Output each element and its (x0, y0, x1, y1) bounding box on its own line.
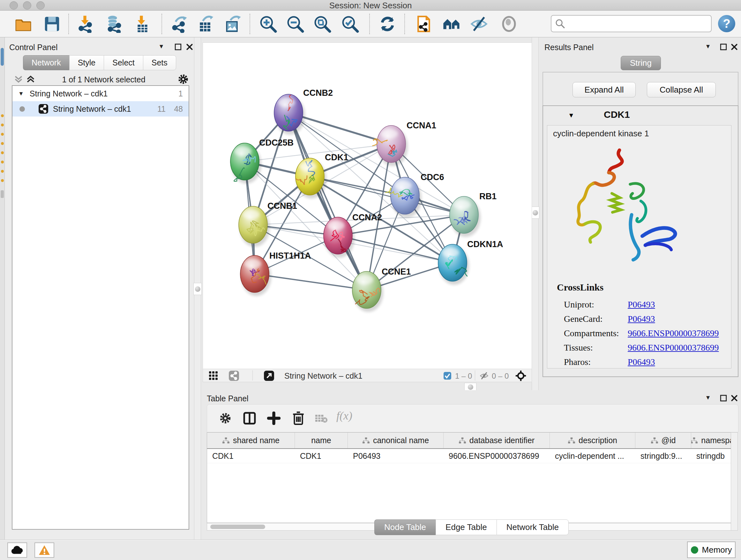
hierarchy-icon (651, 437, 658, 444)
delete-table-icon[interactable] (315, 414, 328, 423)
tab-sets[interactable]: Sets (143, 55, 176, 70)
float-panel-icon[interactable]: ▾ (159, 42, 163, 51)
edge-count: 48 (174, 105, 183, 114)
crosslink-link[interactable]: P06493 (628, 357, 655, 367)
float-panel-icon[interactable]: ▾ (706, 393, 710, 401)
add-column-icon[interactable] (267, 412, 280, 425)
function-builder-icon[interactable]: f(x) (336, 409, 352, 422)
close-panel-icon[interactable] (186, 44, 193, 51)
crosslink-link[interactable]: 9606.ENSP00000378699 (628, 328, 719, 338)
edge-HIST1H1A-CCNE1[interactable] (255, 274, 367, 290)
crosslink-row: GeneCard:P06493 (564, 312, 727, 326)
collapse-all-button[interactable]: Collapse All (647, 82, 716, 98)
export-image-icon[interactable] (224, 15, 242, 33)
cell-shared-name[interactable]: CDK1 (207, 449, 295, 463)
cloud-button[interactable] (7, 543, 27, 558)
close-panel-icon[interactable] (731, 395, 738, 401)
network-options-gear-icon[interactable] (177, 73, 189, 85)
tab-network[interactable]: Network (23, 55, 69, 70)
crosslink-link[interactable]: 9606.ENSP00000378699 (628, 343, 719, 353)
selected-count: 1 – 0 (455, 372, 472, 381)
table-tabs: Node TableEdge TableNetwork Table (374, 519, 569, 535)
column-header-name[interactable]: name (295, 433, 348, 448)
network-graph[interactable]: CCNB2CCNA1CDC25BCDK1CDC6RB1CCNB1CCNA2CDK… (203, 43, 532, 369)
tab-style[interactable]: Style (69, 55, 104, 70)
cell-description[interactable]: cyclin-dependent ... (550, 449, 635, 463)
column-label: shared name (233, 436, 280, 445)
detach-view-icon[interactable] (264, 370, 274, 381)
maximize-panel-icon[interactable] (720, 395, 727, 401)
grid-view-icon[interactable] (209, 371, 218, 381)
column-header-database-identifier[interactable]: database identifier (444, 433, 550, 448)
share-file-icon[interactable] (415, 15, 433, 33)
show-columns-icon[interactable] (243, 412, 256, 425)
crosslink-label: GeneCard: (564, 314, 628, 324)
hidden-eye-icon[interactable] (479, 371, 489, 380)
memory-button[interactable]: Memory (687, 542, 736, 558)
collapse-all-icon[interactable] (14, 75, 23, 83)
toolbar-separator (369, 14, 370, 34)
edge-CCNB2-CCNE1[interactable] (288, 113, 367, 290)
node-gloss (243, 210, 260, 219)
maximize-panel-icon[interactable] (175, 44, 182, 51)
collapse-protein-icon[interactable]: ▼ (568, 112, 575, 119)
vertical-scrollbar[interactable] (731, 432, 738, 531)
import-network-file-icon[interactable] (76, 15, 94, 33)
column-header-canonical-name[interactable]: canonical name (348, 433, 444, 448)
network-view-icon[interactable] (228, 370, 239, 381)
export-network-icon[interactable] (171, 15, 189, 33)
save-session-icon[interactable] (43, 15, 61, 33)
hierarchy-icon (568, 437, 576, 444)
column-header--id[interactable]: @id (635, 433, 691, 448)
selected-checkbox-icon[interactable] (443, 372, 452, 380)
search-input[interactable] (569, 17, 707, 30)
column-header-shared-name[interactable]: shared name (207, 433, 295, 448)
cell-database-identifier[interactable]: 9606.ENSP00000378699 (444, 449, 550, 463)
export-table-icon[interactable] (197, 15, 215, 33)
birdseye-icon[interactable] (515, 370, 527, 381)
import-network-database-icon[interactable] (105, 15, 122, 33)
warnings-button[interactable] (35, 543, 54, 558)
toolbar-separator (250, 14, 250, 34)
tab-string[interactable]: String (621, 56, 661, 70)
expand-all-icon[interactable] (26, 75, 36, 83)
zoom-selected-icon[interactable] (341, 15, 359, 33)
table-row[interactable]: CDK1CDK1P064939606.ENSP00000378699cyclin… (207, 449, 738, 463)
show-all-eye-icon[interactable] (500, 15, 518, 33)
tree-expander-icon[interactable]: ▼ (18, 90, 24, 97)
zoom-in-icon[interactable] (259, 15, 277, 33)
cell-name[interactable]: CDK1 (295, 449, 348, 463)
network-row-selected[interactable]: String Network – cdk1 11 48 (12, 101, 189, 117)
right-splitter-handle[interactable] (531, 206, 539, 219)
hide-selected-eye-icon[interactable] (470, 15, 488, 33)
zoom-fit-icon[interactable] (313, 15, 331, 33)
tab-network-table[interactable]: Network Table (496, 519, 569, 535)
edge-CCNA2-CDKN1A[interactable] (338, 236, 453, 263)
expand-all-button[interactable]: Expand All (572, 82, 636, 98)
tab-edge-table[interactable]: Edge Table (435, 519, 496, 535)
crosslink-link[interactable]: P06493 (628, 300, 655, 310)
houses-icon[interactable] (443, 15, 461, 33)
network-collection-row[interactable]: ▼ String Network – cdk1 1 (12, 86, 189, 101)
float-panel-icon[interactable]: ▾ (706, 42, 710, 51)
open-session-icon[interactable] (14, 15, 32, 33)
left-splitter-handle[interactable] (193, 283, 202, 295)
cell-canonical-name[interactable]: P06493 (348, 449, 444, 463)
tab-select[interactable]: Select (104, 55, 143, 70)
help-icon[interactable]: ? (718, 15, 735, 32)
import-table-icon[interactable] (132, 15, 150, 33)
crosslink-link[interactable]: P06493 (628, 314, 655, 324)
cell--id[interactable]: stringdb:9... (635, 449, 691, 463)
close-panel-icon[interactable] (731, 44, 738, 51)
refresh-icon[interactable] (379, 15, 396, 33)
zoom-out-icon[interactable] (286, 15, 304, 33)
delete-column-icon[interactable] (291, 411, 306, 426)
column-header-description[interactable]: description (550, 433, 635, 448)
left-edge-strip (0, 37, 5, 560)
scrollbar-thumb[interactable] (210, 524, 265, 529)
maximize-panel-icon[interactable] (720, 44, 727, 51)
table-options-gear-icon[interactable] (219, 412, 232, 425)
crosslink-label: Pharos: (564, 357, 628, 367)
network-canvas[interactable]: CCNB2CCNA1CDC25BCDK1CDC6RB1CCNB1CCNA2CDK… (203, 43, 532, 369)
tab-node-table[interactable]: Node Table (374, 519, 435, 535)
